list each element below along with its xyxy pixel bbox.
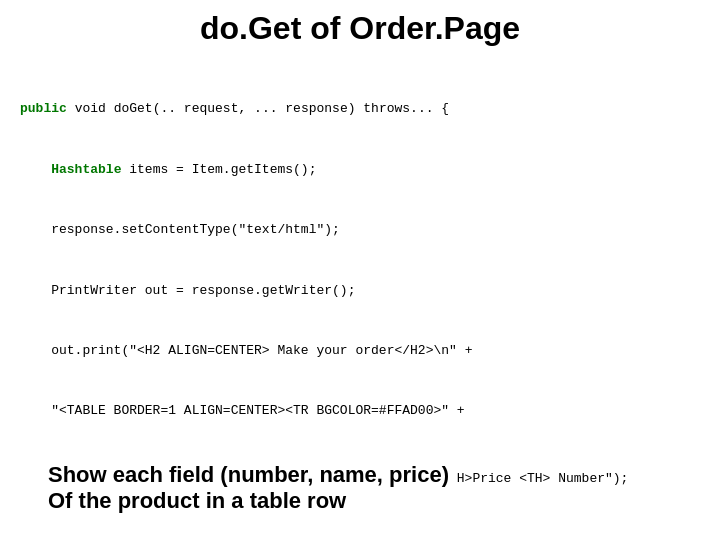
code-line-6: "<TABLE BORDER=1 ALIGN=CENTER><TR BGCOLO…	[20, 401, 700, 421]
hashtable-keyword: Hashtable	[51, 162, 121, 177]
code-line-4: PrintWriter out = response.getWriter();	[20, 281, 700, 301]
large-text-block: Show each field (number, name, price) H>…	[20, 462, 700, 488]
code-block: public void doGet(.. request, ... respon…	[20, 59, 700, 462]
code-line-1: public void doGet(.. request, ... respon…	[20, 99, 700, 119]
code-area: public void doGet(.. request, ... respon…	[20, 59, 700, 540]
large-text-block2: Of the product in a table row	[20, 488, 700, 514]
code-block-2: out.print("<form action=ProcessPage meth…	[20, 514, 700, 540]
page-container: do.Get of Order.Page public void doGet(.…	[0, 0, 720, 540]
method-name: doGet(.. request, ... response) throws..…	[114, 101, 449, 116]
keyword-public: public	[20, 101, 67, 116]
code-line-5: out.print("<H2 ALIGN=CENTER> Make your o…	[20, 341, 700, 361]
large-text-line1: Show each field (number, name, price)	[48, 462, 449, 487]
keyword-void: void	[75, 101, 106, 116]
inline-code-1: H>Price <TH> Number");	[449, 471, 628, 486]
code-line-2: Hashtable items = Item.getItems();	[20, 160, 700, 180]
large-text-line2: Of the product in a table row	[48, 488, 346, 513]
page-title: do.Get of Order.Page	[200, 10, 520, 47]
code-line-3: response.setContentType("text/html");	[20, 220, 700, 240]
